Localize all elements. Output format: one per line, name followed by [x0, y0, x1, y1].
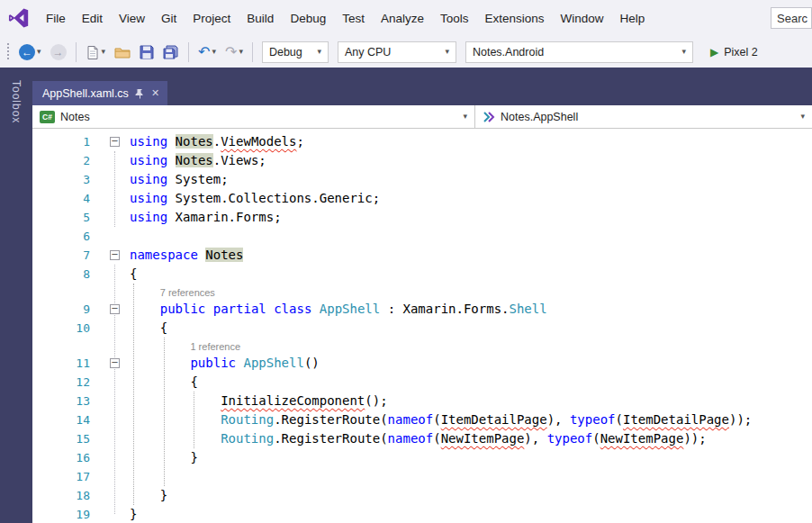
code-line[interactable]: 5using Xamarin.Forms; — [32, 208, 812, 227]
code-text: namespace Notes — [130, 246, 243, 265]
editor-column: AppShell.xaml.cs ✕ C# Notes ▾ — [32, 68, 812, 523]
fold-margin — [101, 467, 130, 486]
save-all-button[interactable] — [160, 43, 182, 61]
code-line[interactable]: 14 Routing.RegisterRoute(nameof(ItemDeta… — [32, 410, 812, 429]
fold-collapse-button[interactable]: − — [110, 137, 120, 147]
line-number: 13 — [32, 392, 101, 410]
save-button[interactable] — [137, 43, 157, 61]
class-icon — [483, 112, 495, 122]
code-text: using Notes.ViewModels; — [130, 132, 304, 151]
codelens-references-link[interactable]: 1 reference — [130, 338, 240, 355]
codelens-references-link[interactable]: 7 references — [130, 284, 215, 301]
line-number: 15 — [32, 429, 101, 448]
menu-git[interactable]: Git — [153, 7, 185, 30]
project-name: Notes — [60, 111, 90, 123]
tab-label: AppShell.xaml.cs — [42, 87, 129, 100]
menu-extensions[interactable]: Extensions — [477, 7, 553, 30]
line-number: 11 — [32, 354, 101, 373]
line-number: 18 — [32, 486, 101, 505]
code-text: } — [130, 486, 167, 505]
tab-appshell-xaml-cs[interactable]: AppShell.xaml.cs ✕ — [32, 81, 167, 105]
codelens-row: 1 reference — [32, 338, 812, 354]
fold-margin — [101, 151, 130, 170]
visual-studio-window: File Edit View Git Project Build Debug T… — [0, 0, 812, 523]
new-file-button[interactable]: ▾ — [83, 43, 109, 61]
menu-window[interactable]: Window — [553, 7, 612, 30]
code-line[interactable]: 8{ — [32, 265, 812, 284]
code-line[interactable]: 7−namespace Notes — [32, 246, 812, 265]
fold-margin — [101, 448, 130, 467]
type-dropdown[interactable]: Notes.AppShell ▾ — [475, 105, 812, 128]
line-number: 10 — [32, 319, 101, 338]
fold-margin — [101, 189, 130, 208]
menu-analyze[interactable]: Analyze — [373, 7, 432, 30]
open-file-button[interactable] — [112, 44, 133, 60]
start-debugging-button[interactable]: ▶ Pixel 2 — [703, 43, 765, 61]
fold-collapse-button[interactable]: − — [110, 304, 120, 314]
code-line[interactable]: 15 Routing.RegisterRoute(nameof(NewItemP… — [32, 429, 812, 448]
menu-build[interactable]: Build — [239, 7, 282, 30]
code-line[interactable]: 19} — [32, 505, 812, 523]
fold-margin — [101, 373, 130, 392]
menu-test[interactable]: Test — [334, 7, 373, 30]
code-line[interactable]: 17 — [32, 467, 812, 486]
code-line[interactable]: 18 } — [32, 486, 812, 505]
codelens-row: 7 references — [32, 284, 812, 300]
code-line[interactable]: 16 } — [32, 448, 812, 467]
workspace: Toolbox AppShell.xaml.cs ✕ C# Notes — [0, 68, 812, 523]
fold-margin: − — [101, 354, 130, 373]
menu-edit[interactable]: Edit — [74, 7, 111, 30]
fold-collapse-button[interactable]: − — [110, 358, 120, 368]
chevron-down-icon: ▾ — [37, 48, 41, 56]
code-line[interactable]: 9− public partial class AppShell : Xamar… — [32, 300, 812, 319]
close-icon[interactable]: ✕ — [151, 88, 159, 98]
type-name: Notes.AppShell — [501, 111, 578, 123]
code-text: { — [130, 265, 137, 284]
redo-button[interactable]: ↷ ▾ — [222, 43, 246, 61]
line-number: 8 — [32, 265, 101, 284]
code-line[interactable]: 10 { — [32, 319, 812, 338]
chevron-down-icon: ▾ — [102, 48, 106, 56]
fold-collapse-button[interactable]: − — [110, 250, 120, 260]
solution-platform-dropdown[interactable]: Any CPU ▾ — [338, 41, 456, 63]
toolbox-side-tab[interactable]: Toolbox — [10, 68, 23, 523]
line-number: 7 — [32, 246, 101, 265]
line-number: 16 — [32, 448, 101, 467]
fold-margin — [101, 319, 130, 338]
undo-button[interactable]: ↶ ▾ — [195, 43, 219, 61]
code-line[interactable]: 1−using Notes.ViewModels; — [32, 132, 812, 151]
fold-margin — [101, 392, 130, 410]
code-editor[interactable]: 1−using Notes.ViewModels;2using Notes.Vi… — [32, 129, 812, 523]
toolbar-grip-handle[interactable] — [7, 43, 9, 61]
code-line[interactable]: 4using System.Collections.Generic; — [32, 189, 812, 208]
toolbar-separator — [252, 42, 253, 62]
code-line[interactable]: 6 — [32, 227, 812, 246]
quick-search-input[interactable]: Searc — [771, 7, 812, 29]
line-number: 4 — [32, 189, 101, 208]
navigation-bar: C# Notes ▾ Notes.AppShell ▾ — [32, 105, 812, 129]
code-lines: 1−using Notes.ViewModels;2using Notes.Vi… — [32, 132, 812, 523]
line-number: 3 — [32, 170, 101, 189]
startup-project-dropdown[interactable]: Notes.Android ▾ — [465, 41, 693, 63]
pin-icon[interactable] — [135, 88, 145, 99]
code-line[interactable]: 3using System; — [32, 170, 812, 189]
navigate-back-button[interactable]: ← ▾ — [16, 42, 44, 62]
menu-project[interactable]: Project — [185, 7, 239, 30]
csharp-project-icon: C# — [40, 111, 55, 123]
menu-view[interactable]: View — [111, 7, 153, 30]
project-dropdown[interactable]: C# Notes ▾ — [32, 105, 475, 128]
menu-debug[interactable]: Debug — [282, 7, 334, 30]
menu-help[interactable]: Help — [612, 7, 654, 30]
open-folder-icon — [114, 46, 131, 59]
menu-tools[interactable]: Tools — [432, 7, 477, 30]
save-icon — [140, 45, 154, 59]
navigate-forward-button[interactable]: → — [48, 42, 69, 62]
code-line[interactable]: 13 InitializeComponent(); — [32, 392, 812, 410]
solution-configuration-dropdown[interactable]: Debug ▾ — [262, 41, 329, 63]
fold-margin — [101, 265, 130, 284]
code-text: } — [130, 448, 198, 467]
code-line[interactable]: 11− public AppShell() — [32, 354, 812, 373]
code-line[interactable]: 2using Notes.Views; — [32, 151, 812, 170]
code-line[interactable]: 12 { — [32, 373, 812, 392]
menu-file[interactable]: File — [38, 7, 74, 30]
